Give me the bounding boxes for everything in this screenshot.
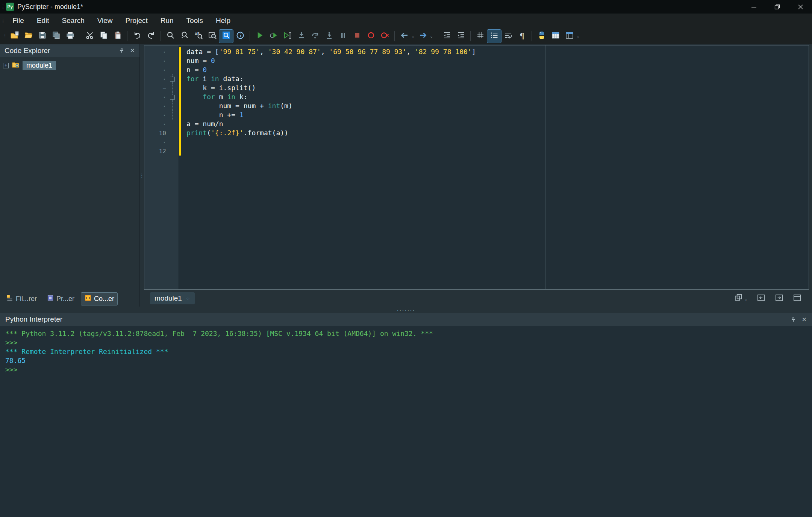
step-out-button[interactable] [322, 30, 336, 43]
layout-button[interactable]: ⌄ [562, 30, 576, 43]
word-wrap-icon [504, 31, 513, 41]
toolbar-separator [161, 31, 161, 41]
line-number: · [144, 112, 168, 119]
unindent-icon [442, 31, 451, 41]
info-button[interactable] [233, 30, 247, 43]
incremental-search-button[interactable] [177, 30, 191, 43]
chevron-down-icon[interactable]: ⌄ [411, 34, 415, 39]
replace-button[interactable]: AB [191, 30, 205, 43]
word-wrap-button[interactable] [501, 30, 515, 43]
chevron-down-icon[interactable]: ⌄ [744, 297, 748, 302]
undo-button[interactable] [130, 30, 144, 43]
menu-file[interactable]: File [6, 14, 30, 28]
menu-help[interactable]: Help [209, 14, 237, 28]
stop-button[interactable] [350, 30, 364, 43]
fold-line [172, 101, 173, 110]
debug-button[interactable] [267, 30, 280, 43]
explorer-tab-file-explorer[interactable]: Fil...rer [3, 293, 40, 305]
menu-run[interactable]: Run [154, 14, 180, 28]
clear-breakpoints-icon [380, 31, 389, 41]
nav-forward-button[interactable]: ⌄ [416, 30, 430, 43]
special-chars-button[interactable]: ¶ [515, 30, 529, 43]
explorer-tab-code-explorer[interactable]: Co...er [81, 293, 117, 305]
clear-breakpoints-button[interactable] [378, 30, 392, 43]
horizontal-splitter[interactable]: ······· [0, 307, 812, 313]
pin-icon[interactable] [118, 47, 125, 54]
run-to-cursor-button[interactable] [280, 30, 294, 43]
menu-edit[interactable]: Edit [30, 14, 56, 28]
tree-node-label: module1 [23, 61, 56, 70]
code-line-1: data = ['99 81 75', '30 42 90 87', '69 5… [181, 47, 809, 56]
fold-column[interactable]: − [168, 74, 177, 83]
line-numbers-button[interactable] [473, 30, 487, 43]
code-line-5: k = i.split() [181, 83, 809, 92]
menu-search[interactable]: Search [56, 14, 91, 28]
pause-button[interactable] [336, 30, 350, 43]
close-panel-icon[interactable]: ✕ [130, 47, 135, 54]
dock-right-button[interactable] [773, 293, 785, 304]
cut-button[interactable] [83, 30, 97, 43]
new-window-button[interactable] [791, 293, 803, 304]
editor-tab-bar: module1 ⁘ ⌄ [144, 290, 812, 307]
menu-view[interactable]: View [91, 14, 119, 28]
search-button[interactable] [164, 30, 177, 43]
fold-collapse-icon[interactable]: − [170, 77, 175, 82]
menu-project[interactable]: Project [119, 14, 154, 28]
unindent-button[interactable] [440, 30, 454, 43]
redo-button[interactable] [144, 30, 158, 43]
pause-icon [339, 31, 348, 41]
step-over-button[interactable] [308, 30, 322, 43]
close-panel-icon[interactable]: ✕ [802, 316, 807, 323]
save-file-button[interactable] [35, 30, 49, 43]
fold-column [168, 128, 177, 138]
fold-collapse-icon[interactable]: − [170, 95, 175, 100]
browse-find-button[interactable] [219, 30, 233, 43]
toolbar: ⁞ AB⌄⌄¶⌄ [0, 28, 812, 44]
window-controls [742, 0, 812, 14]
pin-icon[interactable] [790, 316, 797, 323]
code-line-11 [181, 138, 809, 147]
nav-back-button[interactable]: ⌄ [397, 30, 411, 43]
step-into-button[interactable] [294, 30, 308, 43]
paste-button[interactable] [111, 30, 124, 43]
code-area[interactable]: data = ['99 81 75', '30 42 90 87', '69 5… [181, 47, 809, 156]
tab-module1[interactable]: module1 ⁘ [150, 292, 195, 304]
duplicate-editor-button[interactable]: ⌄ [732, 293, 744, 304]
code-list-button[interactable] [487, 30, 501, 43]
python-engine-button[interactable] [535, 30, 548, 43]
dock-left-button[interactable] [755, 293, 767, 304]
indent-button[interactable] [454, 30, 468, 43]
interpreter-console[interactable]: *** Python 3.11.2 (tags/v3.11.2:878ead1,… [0, 326, 812, 517]
run-button[interactable] [253, 30, 267, 43]
line-number: · [144, 121, 168, 128]
dock-right-icon [775, 293, 783, 304]
fold-column[interactable]: − [168, 92, 177, 101]
code-line-10: print('{:.2f}'.format(a)) [181, 128, 809, 138]
explorer-tab-project-explorer[interactable]: Pr...er [44, 293, 77, 305]
editor-zone: ····−−·−···10·12 data = ['99 81 75', '30… [144, 44, 812, 307]
chevron-down-icon[interactable]: ⌄ [430, 34, 433, 39]
line-number: 10 [144, 130, 168, 137]
editor-split-divider[interactable] [545, 45, 545, 289]
search-in-files-button[interactable] [205, 30, 219, 43]
gutter-row: 12 [144, 147, 179, 156]
fold-column [168, 56, 177, 65]
chevron-down-icon[interactable]: ⌄ [576, 34, 580, 39]
copy-button[interactable] [97, 30, 111, 43]
tree-node-module1[interactable]: +module1 [3, 60, 136, 71]
project-explorer-icon [47, 294, 54, 304]
minimize-button[interactable] [742, 0, 765, 14]
toggle-breakpoint-button[interactable] [364, 30, 378, 43]
menu-tools[interactable]: Tools [180, 14, 209, 28]
expander-icon[interactable]: + [3, 63, 9, 68]
vertical-splitter[interactable]: ⋯ [140, 44, 144, 307]
grid-view-button[interactable] [548, 30, 562, 43]
print-button[interactable] [63, 30, 77, 43]
open-file-button[interactable] [21, 30, 35, 43]
editor-panes[interactable]: ····−−·−···10·12 data = ['99 81 75', '30… [144, 45, 809, 290]
save-all-button[interactable] [49, 30, 63, 43]
line-number: 12 [144, 148, 168, 155]
new-file-button[interactable] [8, 30, 21, 43]
maximize-restore-button[interactable] [765, 0, 789, 14]
close-button[interactable] [789, 0, 812, 14]
